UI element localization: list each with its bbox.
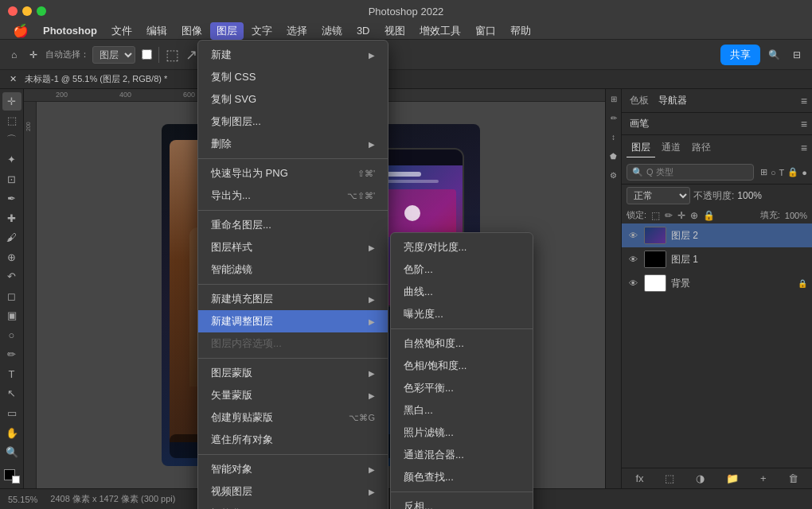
menu-item-export-as[interactable]: 导出为... ⌥⇧⌘' [198,185,388,207]
tool-zoom[interactable]: 🔍 [2,443,21,461]
submenu-exposure[interactable]: 曝光度... [391,303,533,325]
menu-layer[interactable]: 图层 [210,22,244,40]
filter-icon-1[interactable]: ⊞ [760,167,767,177]
filter-icon-3[interactable]: T [779,168,785,177]
submenu-black-white[interactable]: 黑白... [391,399,533,422]
brush-panel-options[interactable]: ≡ [801,118,807,130]
search-btn[interactable]: 🔍 [763,47,785,63]
menu-view[interactable]: 视图 [378,22,412,40]
menu-file[interactable]: 文件 [105,22,139,40]
layer-search-box[interactable]: 🔍 Q 类型 [627,164,754,181]
menu-item-copy-layer[interactable]: 复制图层... [198,111,388,133]
home-btn[interactable]: ⌂ [6,47,21,63]
tool-clone[interactable]: ⊕ [2,248,21,266]
tool-magic-wand[interactable]: ✦ [2,151,21,169]
filter-icon-4[interactable]: 🔒 [787,167,798,177]
eye-icon-bg[interactable]: 👁 [627,277,639,289]
tool-marquee[interactable]: ⬚ [2,112,21,130]
submenu-hue-sat[interactable]: 色相/饱和度... [391,355,533,377]
maximize-button[interactable] [37,6,46,16]
menu-item-video-layer[interactable]: 视频图层 ▶ [198,480,388,503]
menu-item-rasterize[interactable]: 栅格化 ▶ [198,503,388,509]
menu-item-smart-filter[interactable]: 智能滤镜 [198,258,388,281]
fx-btn[interactable]: fx [635,472,643,484]
tool-move[interactable]: ✛ [2,92,21,111]
folder-btn[interactable]: 📁 [726,472,739,484]
add-mask-btn[interactable]: ⬚ [665,472,674,484]
lock-icon-artboard[interactable]: ⊕ [690,210,698,221]
submenu-color-lookup[interactable]: 颜色查找... [391,466,533,488]
menu-type[interactable]: 文字 [245,22,279,40]
menu-item-copy-css[interactable]: 复制 CSS [198,66,388,88]
menu-item-vector-mask[interactable]: 矢量蒙版 ▶ [198,384,388,406]
tool-hand[interactable]: ✋ [2,424,21,442]
submenu-channel-mixer[interactable]: 通道混合器... [391,444,533,466]
tool-path[interactable]: ↖ [2,385,21,403]
filter-toggle[interactable]: ● [802,168,807,177]
menu-select[interactable]: 选择 [280,22,314,40]
apple-menu[interactable]: 🍎 [6,21,35,40]
submenu-photo-filter[interactable]: 照片滤镜... [391,422,533,444]
auto-select-dropdown[interactable]: 图层 组 [92,46,135,64]
tool-healing[interactable]: ✚ [2,209,21,227]
tab-channels[interactable]: 通道 [657,138,685,157]
side-icon-3[interactable]: ↕ [607,130,620,143]
menu-photoshop[interactable]: Photoshop [37,23,103,38]
tool-dodge[interactable]: ○ [2,326,21,344]
menu-help[interactable]: 帮助 [504,22,537,40]
submenu-invert[interactable]: 反相... [391,495,533,509]
layer-item-bg[interactable]: 👁 背景 🔒 [622,271,812,295]
lock-icon-transparent[interactable]: ⬚ [651,210,660,221]
tool-pen[interactable]: ✏ [2,346,21,364]
submenu-brightness[interactable]: 亮度/对比度... [391,236,533,258]
submenu-levels[interactable]: 色阶... [391,258,533,281]
tool-eyedropper[interactable]: ✒ [2,190,21,208]
layers-options-btn[interactable]: ≡ [801,142,807,154]
tab-navigator[interactable]: 导航器 [655,92,690,109]
menu-item-rename[interactable]: 重命名图层... [198,214,388,236]
menu-item-hide-all-objects[interactable]: 遮住所有对象 [198,429,388,451]
lock-icon-all[interactable]: 🔒 [703,210,715,221]
menu-item-layer-mask[interactable]: 图层蒙版 ▶ [198,362,388,384]
tab-color[interactable]: 色板 [627,92,652,109]
layer-item-2[interactable]: 👁 图层 2 [622,223,812,247]
tool-crop[interactable]: ⊡ [2,170,21,188]
lock-icon-move[interactable]: ✛ [677,210,685,221]
side-icon-1[interactable]: ⊞ [607,92,620,105]
close-tab-btn[interactable]: ✕ [6,73,20,85]
adjustment-btn[interactable]: ◑ [696,472,705,484]
layer-item-1[interactable]: 👁 图层 1 [622,247,812,271]
tab-layers[interactable]: 图层 [627,138,655,157]
transform-controls-checkbox[interactable] [142,49,152,60]
blend-mode-select[interactable]: 正常 正片叠底 滤色 [627,187,690,204]
foreground-bg-colors[interactable] [2,468,21,486]
submenu-color-balance[interactable]: 色彩平衡... [391,377,533,399]
menu-item-export-png[interactable]: 快速导出为 PNG ⇧⌘' [198,162,388,185]
menu-item-smart-object[interactable]: 智能对象 ▶ [198,458,388,480]
tab-brush[interactable]: 画笔 [627,115,652,132]
tool-shape[interactable]: ▭ [2,404,21,422]
eye-icon-layer1[interactable]: 👁 [627,253,639,266]
panel-options-btn[interactable]: ≡ [801,95,807,107]
side-icon-4[interactable]: ⬟ [607,150,620,162]
fill-value[interactable]: 100% [785,211,807,220]
add-layer-btn[interactable]: + [760,472,767,484]
menu-item-layer-style[interactable]: 图层样式 ▶ [198,236,388,258]
menu-item-copy-svg[interactable]: 复制 SVG [198,88,388,111]
tool-lasso[interactable]: ⌒ [2,131,21,150]
eye-icon-layer2[interactable]: 👁 [627,229,639,242]
menu-image[interactable]: 图像 [175,22,209,40]
menu-item-clipping-mask[interactable]: 创建剪贴蒙版 ⌥⌘G [198,406,388,429]
menu-window[interactable]: 窗口 [469,22,502,40]
menu-plugins[interactable]: 增效工具 [413,22,467,40]
submenu-curves[interactable]: 曲线... [391,281,533,303]
tool-gradient[interactable]: ▣ [2,307,21,325]
move-tool-btn[interactable]: ✛ [25,47,42,63]
tool-eraser[interactable]: ◻ [2,287,21,305]
tool-history-brush[interactable]: ↶ [2,268,21,286]
submenu-vibrance[interactable]: 自然饱和度... [391,332,533,355]
tool-brush[interactable]: 🖌 [2,229,21,247]
workspace-btn[interactable]: ⊟ [788,47,806,63]
filter-icon-2[interactable]: ○ [771,168,776,177]
menu-filter[interactable]: 滤镜 [315,22,349,40]
